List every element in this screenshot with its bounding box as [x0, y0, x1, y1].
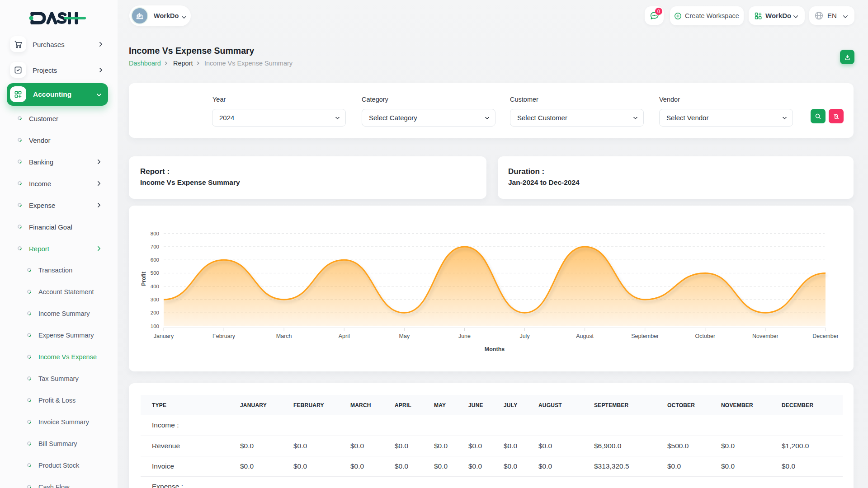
svg-text:Months: Months — [485, 346, 505, 352]
svg-text:500: 500 — [151, 270, 159, 276]
svg-text:200: 200 — [151, 310, 159, 315]
svg-text:October: October — [695, 333, 715, 339]
svg-text:February: February — [212, 333, 236, 339]
svg-text:300: 300 — [151, 297, 159, 302]
svg-text:August: August — [576, 333, 594, 339]
svg-text:November: November — [752, 333, 778, 339]
svg-text:March: March — [276, 333, 292, 339]
svg-text:100: 100 — [151, 324, 159, 329]
svg-text:400: 400 — [151, 284, 159, 289]
svg-text:January: January — [154, 333, 174, 339]
svg-text:July: July — [519, 333, 530, 339]
svg-text:June: June — [458, 333, 471, 339]
svg-text:September: September — [631, 333, 659, 339]
svg-text:600: 600 — [151, 257, 159, 263]
svg-text:Profit: Profit — [141, 272, 147, 286]
svg-text:700: 700 — [151, 244, 159, 249]
svg-text:800: 800 — [151, 231, 159, 236]
svg-text:May: May — [399, 333, 410, 339]
svg-text:December: December — [812, 333, 839, 339]
svg-text:April: April — [339, 333, 350, 339]
